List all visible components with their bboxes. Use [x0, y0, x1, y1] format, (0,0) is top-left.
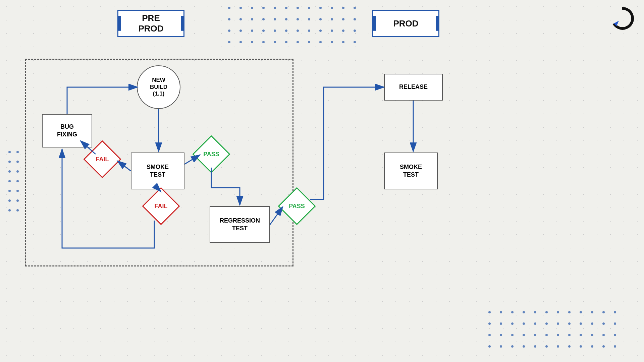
smoke-test-prod-node: SMOKE TEST — [384, 153, 438, 189]
pass-diamond-1: PASS — [198, 141, 225, 168]
preprod-label: PRE PROD — [117, 10, 184, 37]
smoke-test-node: SMOKE TEST — [131, 153, 184, 189]
bug-fixing-node: BUG FIXING — [42, 114, 92, 147]
fail-diamond-2: FAIL — [148, 193, 174, 220]
dot-pattern-top — [228, 7, 364, 51]
release-node: RELEASE — [384, 74, 443, 101]
fail-diamond-1: FAIL — [89, 146, 116, 173]
new-build-node: NEW BUILD (1.1) — [137, 65, 180, 109]
company-logo — [610, 7, 634, 30]
regression-test-node: REGRESSION TEST — [210, 206, 270, 243]
pass-diamond-2: PASS — [283, 193, 310, 220]
dot-pattern-bottom-right — [488, 311, 624, 355]
dot-pattern-left — [8, 151, 23, 218]
prod-label: PROD — [372, 10, 439, 37]
